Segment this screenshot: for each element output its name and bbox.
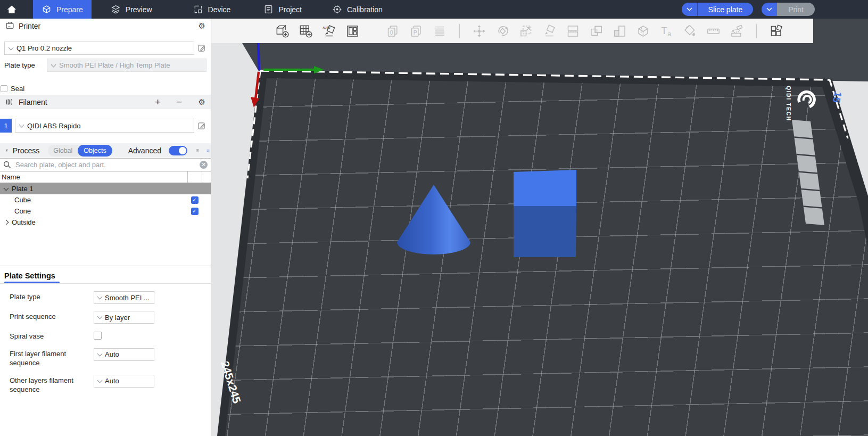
object-cone[interactable] <box>397 185 470 254</box>
ps-first-layer-dropdown[interactable]: Auto <box>94 348 154 361</box>
filament-preset-value: QIDI ABS Rapido <box>27 122 80 130</box>
tab-project[interactable]: Project <box>255 0 310 19</box>
tab-calibration[interactable]: Calibration <box>324 0 391 19</box>
copy-icon[interactable]: 0 <box>386 24 400 38</box>
cube-visibility-checkbox[interactable]: ✓ <box>191 196 199 204</box>
ps-print-sequence-label: Print sequence <box>10 311 94 322</box>
cube-top-face <box>514 170 576 206</box>
edit-filament-preset-icon[interactable] <box>197 121 206 130</box>
prepare-icon <box>42 4 52 14</box>
viewport-toolbar: AUTO0PTa <box>211 19 813 43</box>
print-button[interactable]: Print <box>762 3 815 16</box>
tree-row-cube[interactable]: Cube ✓ <box>0 194 211 205</box>
merge-icon[interactable] <box>589 24 604 38</box>
plate-type-value: Smooth PEI Plate / High Temp Plate <box>59 61 170 69</box>
search-input[interactable] <box>14 160 196 169</box>
process-icon <box>5 146 9 155</box>
tab-label: Calibration <box>347 5 383 14</box>
paint-icon[interactable] <box>683 24 697 38</box>
add-plate-icon[interactable] <box>299 24 313 38</box>
advanced-toggle[interactable] <box>169 146 187 155</box>
process-section-header: Process Global Objects Advanced <box>0 143 211 158</box>
support-paint-icon[interactable] <box>730 24 744 38</box>
chevron-down-icon <box>51 62 56 67</box>
add-object-icon[interactable] <box>275 24 290 38</box>
cone-visibility-checkbox[interactable]: ✓ <box>191 208 199 215</box>
rotate-icon[interactable] <box>495 24 510 38</box>
assembly-view-icon[interactable] <box>433 24 447 38</box>
slice-plate-label[interactable]: Slice plate <box>698 3 754 16</box>
tab-preview[interactable]: Preview <box>102 0 161 19</box>
scope-objects-option[interactable]: Objects <box>78 145 112 157</box>
scale-icon[interactable] <box>519 24 533 38</box>
chevron-down-icon <box>97 294 103 300</box>
spiral-vase-checkbox[interactable] <box>94 332 102 340</box>
3d-viewport[interactable]: QIDI TECH 245x245 15 AUTO0PTa <box>211 19 868 436</box>
tree-row-cone[interactable]: Cone ✓ <box>0 205 211 217</box>
mesh-boolean-icon[interactable] <box>636 24 650 38</box>
name-column-header: Name <box>0 173 187 181</box>
extra-column <box>202 171 211 183</box>
objects-view-icon[interactable] <box>206 146 210 155</box>
printer-settings-gear-icon[interactable]: ⚙ <box>199 22 205 30</box>
auto-orient-icon[interactable]: AUTO <box>322 24 336 38</box>
plate-type-dropdown[interactable]: Smooth PEI Plate / High Temp Plate <box>47 59 206 72</box>
filament-preset-dropdown[interactable]: QIDI ABS Rapido <box>15 119 194 133</box>
tree-empty-space <box>0 228 211 266</box>
object-row-label: Cube <box>14 196 31 204</box>
scope-global-option[interactable]: Global <box>48 147 78 154</box>
plate-settings-title: Plate Settings <box>4 272 55 283</box>
ps-other-layers-dropdown[interactable]: Auto <box>94 375 154 388</box>
ps-plate-type-dropdown[interactable]: Smooth PEI ... <box>94 291 154 304</box>
slice-plate-button[interactable]: Slice plate <box>682 3 754 16</box>
svg-text:a: a <box>667 30 671 37</box>
left-sidebar: Printer ⚙ Q1 Pro 0.2 nozzle Plate type S… <box>0 19 211 436</box>
ps-spiral-vase-label: Spiral vase <box>10 331 94 341</box>
remove-filament-button[interactable]: − <box>174 97 185 107</box>
ps-print-sequence-value: By layer <box>105 314 130 322</box>
expand-icon[interactable] <box>4 220 9 225</box>
measure-icon[interactable] <box>706 24 721 38</box>
tab-device[interactable]: Device <box>185 0 239 19</box>
add-text-icon[interactable]: Ta <box>659 24 674 38</box>
printer-preset-dropdown[interactable]: Q1 Pro 0.2 nozzle <box>4 42 194 55</box>
paste-icon[interactable]: P <box>409 24 424 38</box>
plate-settings-header: Plate Settings <box>0 266 211 284</box>
process-list-view-icon[interactable] <box>196 146 199 155</box>
print-options-dropdown[interactable] <box>762 3 777 16</box>
split-objects-icon[interactable] <box>769 24 783 38</box>
chevron-down-icon <box>766 7 772 11</box>
object-row-label: Cone <box>14 207 31 215</box>
printer-section-title: Printer <box>19 22 40 30</box>
clear-search-icon[interactable]: ✕ <box>200 161 208 169</box>
calibration-icon <box>332 4 342 14</box>
seal-checkbox[interactable] <box>1 85 7 92</box>
collapse-icon[interactable] <box>4 186 9 191</box>
advanced-label: Advanced <box>128 146 161 155</box>
search-bar: ✕ <box>0 158 211 171</box>
topbar-actions: Slice plate Print <box>682 0 815 19</box>
filament-settings-gear-icon[interactable]: ⚙ <box>199 98 205 106</box>
add-filament-button[interactable]: + <box>153 97 163 107</box>
split-to-parts-icon[interactable] <box>613 24 627 38</box>
object-cube[interactable] <box>514 170 576 257</box>
cube-front-face <box>514 206 576 257</box>
ps-plate-type-value: Smooth PEI ... <box>105 294 150 302</box>
tree-header-row: Name <box>0 171 211 183</box>
move-icon[interactable] <box>472 24 486 38</box>
lay-on-face-icon[interactable] <box>542 24 557 38</box>
tab-label: Project <box>278 5 302 14</box>
split-to-plates-icon[interactable] <box>566 24 580 38</box>
plate-dashed-border <box>247 71 848 178</box>
tab-prepare[interactable]: Prepare <box>33 0 92 19</box>
edit-printer-preset-icon[interactable] <box>197 44 206 53</box>
device-icon <box>193 4 203 14</box>
arrange-icon[interactable] <box>345 24 360 38</box>
tree-row-plate-1[interactable]: Plate 1 <box>0 183 211 194</box>
ps-print-sequence-dropdown[interactable]: By layer <box>94 311 154 324</box>
home-button[interactable] <box>0 0 23 19</box>
object-tree: Name Plate 1 Cube ✓ Cone ✓ Outside <box>0 171 211 228</box>
slice-options-dropdown[interactable] <box>682 3 698 16</box>
chevron-down-icon <box>687 7 692 11</box>
tree-row-outside[interactable]: Outside <box>0 217 211 228</box>
